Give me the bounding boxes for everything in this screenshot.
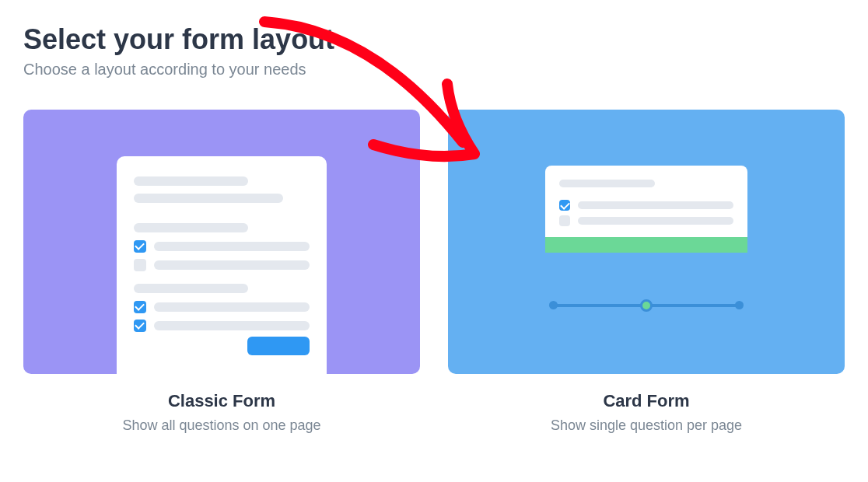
- placeholder-bar: [134, 284, 248, 293]
- placeholder-row: [559, 200, 733, 211]
- classic-preview: [23, 110, 420, 374]
- placeholder-bar: [134, 176, 248, 186]
- placeholder-bar: [154, 302, 310, 312]
- page-title: Select your form layout: [23, 23, 845, 56]
- checkbox-icon: [134, 320, 146, 332]
- progress-dot-active-icon: [640, 299, 653, 312]
- card-form-mockup: [545, 166, 747, 253]
- placeholder-bar: [559, 180, 655, 187]
- progress-track: [553, 304, 740, 307]
- checkbox-icon: [134, 301, 146, 313]
- checkbox-icon: [134, 259, 146, 271]
- option-desc-card: Show single question per page: [551, 417, 742, 434]
- placeholder-bar: [154, 260, 310, 270]
- option-title-card: Card Form: [603, 391, 689, 411]
- checkbox-icon: [134, 240, 146, 253]
- option-desc-classic: Show all questions on one page: [122, 417, 320, 434]
- placeholder-row: [134, 301, 310, 313]
- progress-dot-icon: [735, 301, 744, 309]
- submit-button-mockup: [247, 337, 310, 355]
- progress-dot-icon: [549, 301, 558, 309]
- layout-option-classic[interactable]: Classic Form Show all questions on one p…: [23, 110, 420, 434]
- placeholder-row: [134, 259, 310, 271]
- placeholder-bar: [154, 321, 310, 330]
- placeholder-bar: [134, 194, 283, 203]
- layout-option-card[interactable]: Card Form Show single question per page: [448, 110, 845, 434]
- layout-options-row: Classic Form Show all questions on one p…: [23, 110, 845, 434]
- placeholder-bar: [578, 201, 733, 209]
- placeholder-row: [134, 320, 310, 332]
- classic-form-mockup: [117, 156, 327, 374]
- card-footer-bar: [545, 237, 747, 253]
- placeholder-row: [134, 240, 310, 253]
- placeholder-row: [559, 215, 733, 226]
- placeholder-bar: [134, 223, 248, 232]
- placeholder-bar: [578, 217, 733, 225]
- card-preview: [448, 110, 845, 374]
- placeholder-bar: [154, 242, 310, 251]
- checkbox-icon: [559, 200, 570, 211]
- page-subtitle: Choose a layout according to your needs: [23, 61, 845, 79]
- option-title-classic: Classic Form: [168, 391, 275, 411]
- checkbox-icon: [559, 215, 570, 226]
